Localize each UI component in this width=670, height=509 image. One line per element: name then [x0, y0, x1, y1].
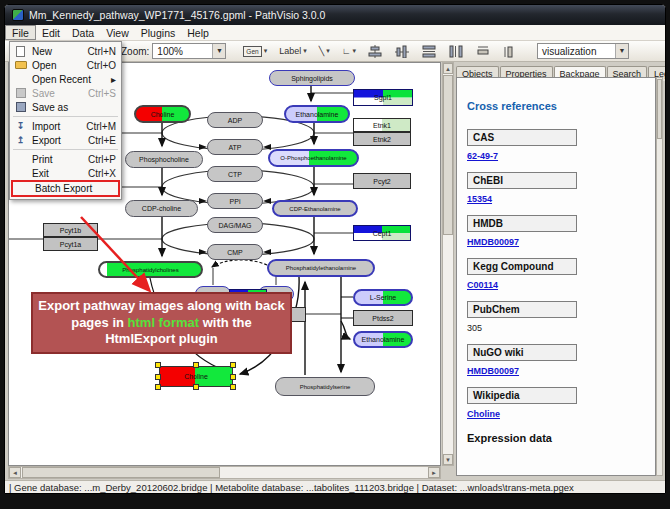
xref-value-row: 15354 — [467, 194, 655, 204]
node-cdp-ethanolamine[interactable]: CDP-Ethanolamine — [272, 200, 358, 217]
selection-handle[interactable] — [230, 374, 236, 380]
menu-bar: FileEditDataViewPluginsHelp — [5, 25, 666, 41]
panel-scrollbar[interactable] — [656, 77, 663, 476]
xref-link-hmdb00097[interactable]: HMDB00097 — [467, 366, 519, 376]
node-adp[interactable]: ADP — [207, 112, 263, 128]
node-dag-mag[interactable]: DAG/MAG — [207, 217, 263, 233]
node-etnk2[interactable]: Etnk2 — [353, 132, 411, 146]
file-menu-item-exit[interactable]: ExitCtrl+X — [10, 166, 121, 180]
menu-icon-spacer — [17, 183, 30, 194]
datanode-tool-button[interactable]: Gen ▾ — [240, 43, 270, 60]
file-menu-item-new[interactable]: NewCtrl+N — [10, 44, 121, 58]
node-ethanolamine[interactable]: Ethanolamine — [353, 331, 413, 348]
menubar-item-edit[interactable]: Edit — [36, 26, 66, 41]
scroll-right-icon[interactable]: ► — [428, 467, 440, 478]
menu-item-label: Export — [32, 135, 61, 146]
selection-handle[interactable] — [193, 362, 199, 368]
menubar-item-plugins[interactable]: Plugins — [135, 26, 181, 41]
open-folder-icon — [14, 60, 27, 71]
node-cdp-choline[interactable]: CDP-choline — [125, 200, 198, 217]
align-center-x-button[interactable] — [365, 43, 385, 60]
vertical-scroll-thumb[interactable] — [443, 75, 453, 235]
scroll-down-icon[interactable]: ▼ — [443, 454, 453, 465]
zoom-combobox[interactable]: 100% ▼ — [152, 43, 226, 59]
visualization-dropdown-icon[interactable]: ▼ — [615, 44, 628, 58]
node-ppi[interactable]: PPi — [207, 193, 263, 209]
menu-shortcut: Ctrl+X — [88, 168, 116, 179]
node-o-phosphoethanolamine[interactable]: O-Phosphoethanolamine — [268, 149, 359, 167]
file-menu-item-export[interactable]: ↥ExportCtrl+E — [10, 133, 121, 147]
node-choline[interactable]: Choline — [134, 105, 191, 123]
node-label: Phosphatidylserine — [300, 384, 351, 390]
align-center-y-button[interactable] — [392, 43, 412, 60]
chevron-down-icon: ▾ — [303, 47, 307, 55]
label-tool-button[interactable]: Label ▾ — [276, 43, 310, 60]
menubar-item-file[interactable]: File — [5, 25, 36, 40]
canvas-horizontal-scrollbar[interactable]: ◄ ► — [8, 466, 441, 479]
scroll-left-icon[interactable]: ◄ — [9, 467, 21, 478]
node-label: Ethanolamine — [296, 111, 339, 118]
file-menu-item-batch-export[interactable]: Batch Export — [11, 180, 120, 197]
file-menu-item-open[interactable]: OpenCtrl+O — [10, 58, 121, 72]
xref-source-chebi: ChEBI — [467, 172, 577, 189]
node-phosphatidylserine[interactable]: Phosphatidylserine — [275, 377, 375, 396]
node-ethanolamine[interactable]: Ethanolamine — [284, 105, 350, 123]
file-menu-item-open-recent[interactable]: Open Recent▸ — [10, 72, 121, 86]
xref-link-62-49-7[interactable]: 62-49-7 — [467, 151, 498, 161]
line-tool-button[interactable]: ╲ ▾ — [316, 43, 333, 60]
panel-scroll-thumb[interactable] — [657, 79, 662, 139]
file-menu-item-print[interactable]: PrintCtrl+P — [10, 152, 121, 166]
node-cept1[interactable]: Cept1 — [353, 225, 411, 241]
horizontal-scroll-thumb[interactable] — [22, 467, 220, 478]
node-phosphatidylcholines[interactable]: Phosphatidylcholines — [98, 261, 203, 278]
node-label: Choline — [151, 111, 175, 118]
annotation-callout: Export pathway images along with back pa… — [31, 292, 292, 354]
node-pcyt1a[interactable]: Pcyt1a — [43, 237, 98, 251]
file-menu-item-import[interactable]: ↧ImportCtrl+M — [10, 119, 121, 133]
menubar-item-help[interactable]: Help — [181, 26, 215, 41]
selection-handle[interactable] — [193, 384, 199, 390]
distribute-columns-button[interactable] — [446, 43, 466, 60]
node-ctp[interactable]: CTP — [207, 166, 263, 182]
node-sphingolipids[interactable]: Sphingolipids — [269, 70, 355, 86]
menubar-item-data[interactable]: Data — [66, 26, 100, 41]
selection-handle[interactable] — [155, 384, 161, 390]
menu-icon-spacer — [14, 168, 27, 179]
xref-link-15354[interactable]: 15354 — [467, 194, 492, 204]
save-disk-icon — [14, 102, 27, 113]
align-center-y-icon — [395, 45, 409, 58]
node-label: CTP — [228, 171, 242, 178]
common-width-button[interactable] — [473, 43, 493, 60]
selection-handle[interactable] — [230, 362, 236, 368]
node-l-serine[interactable]: L-Serine — [353, 289, 413, 306]
connector-tool-button[interactable]: ∟ ▾ — [339, 43, 359, 60]
xref-link-c00114[interactable]: C00114 — [467, 280, 498, 290]
node-pcyt1b[interactable]: Pcyt1b — [43, 223, 98, 237]
node-label: PPi — [230, 198, 241, 205]
node-phosphatidylethanolamine[interactable]: Phosphatidylethanolamine — [267, 259, 375, 277]
node-phosphocholine[interactable]: Phosphocholine — [125, 151, 203, 168]
canvas-vertical-scrollbar[interactable]: ▲ ▼ — [442, 62, 454, 466]
common-width-icon — [476, 45, 490, 58]
selection-handle[interactable] — [155, 362, 161, 368]
scroll-up-icon[interactable]: ▲ — [443, 63, 453, 74]
node-ptdss2[interactable]: Ptdss2 — [353, 310, 413, 326]
common-height-button[interactable] — [500, 43, 520, 60]
node-sgpl1[interactable]: Sgpl1 — [353, 89, 413, 106]
distribute-rows-button[interactable] — [419, 43, 439, 60]
menubar-item-view[interactable]: View — [100, 26, 135, 41]
node-label: Sgpl1 — [374, 94, 392, 101]
node-pcyt2[interactable]: Pcyt2 — [353, 173, 411, 189]
selection-handle[interactable] — [230, 384, 236, 390]
visualization-value: visualization — [542, 46, 596, 57]
chevron-down-icon: ▾ — [326, 47, 330, 55]
visualization-combobox[interactable]: visualization ▼ — [537, 43, 629, 59]
xref-link-hmdb00097[interactable]: HMDB00097 — [467, 237, 519, 247]
xref-link-choline[interactable]: Choline — [467, 409, 500, 419]
selection-handle[interactable] — [155, 374, 161, 380]
node-cmp[interactable]: CMP — [207, 244, 263, 260]
node-atp[interactable]: ATP — [207, 139, 263, 155]
node-etnk1[interactable]: Etnk1 — [353, 118, 411, 132]
zoom-dropdown-icon[interactable]: ▼ — [212, 44, 225, 58]
file-menu-item-save-as[interactable]: Save as — [10, 100, 121, 114]
